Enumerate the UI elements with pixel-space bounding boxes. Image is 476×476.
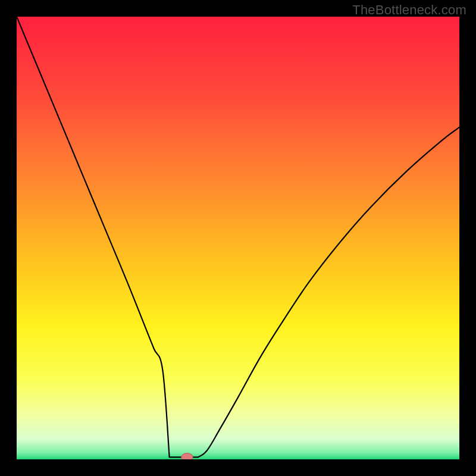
optimum-marker (181, 453, 193, 459)
gradient-background (17, 17, 459, 459)
plot-svg (17, 17, 459, 459)
chart-frame: TheBottleneck.com (0, 0, 476, 476)
watermark-text: TheBottleneck.com (352, 2, 466, 18)
plot-area (17, 17, 459, 459)
